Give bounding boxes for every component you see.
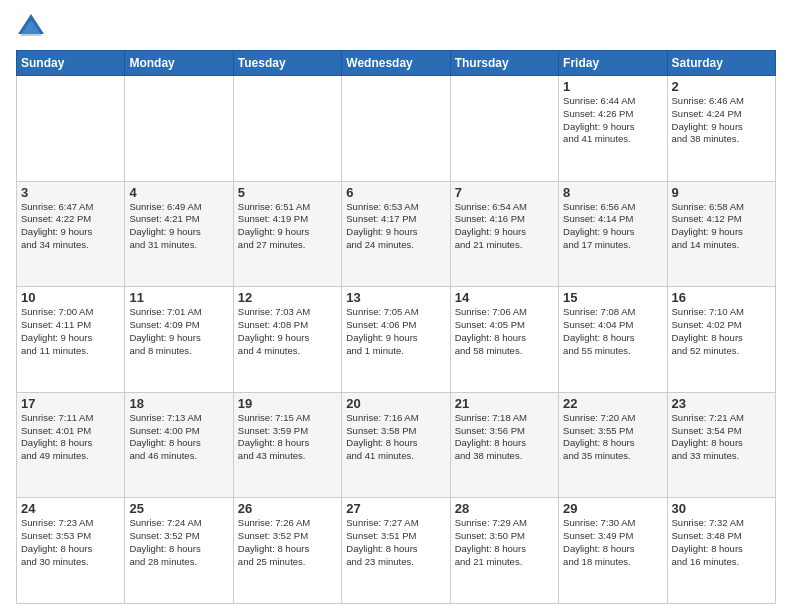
day-number: 14: [455, 290, 554, 305]
calendar-cell: 15Sunrise: 7:08 AMSunset: 4:04 PMDayligh…: [559, 287, 667, 393]
calendar-cell: 24Sunrise: 7:23 AMSunset: 3:53 PMDayligh…: [17, 498, 125, 604]
calendar-cell: 23Sunrise: 7:21 AMSunset: 3:54 PMDayligh…: [667, 392, 775, 498]
calendar-week-row: 1Sunrise: 6:44 AMSunset: 4:26 PMDaylight…: [17, 76, 776, 182]
day-info: Sunrise: 7:01 AMSunset: 4:09 PMDaylight:…: [129, 306, 228, 357]
calendar-cell: 22Sunrise: 7:20 AMSunset: 3:55 PMDayligh…: [559, 392, 667, 498]
day-info: Sunrise: 7:16 AMSunset: 3:58 PMDaylight:…: [346, 412, 445, 463]
day-info: Sunrise: 7:29 AMSunset: 3:50 PMDaylight:…: [455, 517, 554, 568]
calendar-cell: 16Sunrise: 7:10 AMSunset: 4:02 PMDayligh…: [667, 287, 775, 393]
day-info: Sunrise: 6:47 AMSunset: 4:22 PMDaylight:…: [21, 201, 120, 252]
day-number: 5: [238, 185, 337, 200]
day-number: 15: [563, 290, 662, 305]
calendar-cell: 1Sunrise: 6:44 AMSunset: 4:26 PMDaylight…: [559, 76, 667, 182]
day-number: 27: [346, 501, 445, 516]
day-number: 17: [21, 396, 120, 411]
day-number: 3: [21, 185, 120, 200]
day-info: Sunrise: 7:26 AMSunset: 3:52 PMDaylight:…: [238, 517, 337, 568]
day-number: 22: [563, 396, 662, 411]
day-number: 10: [21, 290, 120, 305]
calendar-cell: 19Sunrise: 7:15 AMSunset: 3:59 PMDayligh…: [233, 392, 341, 498]
day-number: 13: [346, 290, 445, 305]
calendar-week-row: 24Sunrise: 7:23 AMSunset: 3:53 PMDayligh…: [17, 498, 776, 604]
day-number: 1: [563, 79, 662, 94]
calendar-cell: 26Sunrise: 7:26 AMSunset: 3:52 PMDayligh…: [233, 498, 341, 604]
day-number: 18: [129, 396, 228, 411]
day-number: 21: [455, 396, 554, 411]
day-info: Sunrise: 7:08 AMSunset: 4:04 PMDaylight:…: [563, 306, 662, 357]
calendar-cell: 30Sunrise: 7:32 AMSunset: 3:48 PMDayligh…: [667, 498, 775, 604]
day-number: 6: [346, 185, 445, 200]
day-number: 30: [672, 501, 771, 516]
day-info: Sunrise: 7:24 AMSunset: 3:52 PMDaylight:…: [129, 517, 228, 568]
calendar-header-thursday: Thursday: [450, 51, 558, 76]
calendar-cell: 13Sunrise: 7:05 AMSunset: 4:06 PMDayligh…: [342, 287, 450, 393]
day-number: 19: [238, 396, 337, 411]
calendar-week-row: 3Sunrise: 6:47 AMSunset: 4:22 PMDaylight…: [17, 181, 776, 287]
day-number: 16: [672, 290, 771, 305]
day-number: 26: [238, 501, 337, 516]
calendar-cell: 18Sunrise: 7:13 AMSunset: 4:00 PMDayligh…: [125, 392, 233, 498]
day-info: Sunrise: 7:21 AMSunset: 3:54 PMDaylight:…: [672, 412, 771, 463]
day-number: 2: [672, 79, 771, 94]
day-number: 7: [455, 185, 554, 200]
calendar-cell: 21Sunrise: 7:18 AMSunset: 3:56 PMDayligh…: [450, 392, 558, 498]
calendar-header-tuesday: Tuesday: [233, 51, 341, 76]
calendar-cell: 6Sunrise: 6:53 AMSunset: 4:17 PMDaylight…: [342, 181, 450, 287]
calendar-cell: 7Sunrise: 6:54 AMSunset: 4:16 PMDaylight…: [450, 181, 558, 287]
calendar-cell: 11Sunrise: 7:01 AMSunset: 4:09 PMDayligh…: [125, 287, 233, 393]
calendar-week-row: 17Sunrise: 7:11 AMSunset: 4:01 PMDayligh…: [17, 392, 776, 498]
day-info: Sunrise: 7:15 AMSunset: 3:59 PMDaylight:…: [238, 412, 337, 463]
day-number: 23: [672, 396, 771, 411]
calendar-cell: 2Sunrise: 6:46 AMSunset: 4:24 PMDaylight…: [667, 76, 775, 182]
day-info: Sunrise: 6:53 AMSunset: 4:17 PMDaylight:…: [346, 201, 445, 252]
calendar-cell: 28Sunrise: 7:29 AMSunset: 3:50 PMDayligh…: [450, 498, 558, 604]
day-info: Sunrise: 7:32 AMSunset: 3:48 PMDaylight:…: [672, 517, 771, 568]
logo-icon: [16, 12, 46, 42]
day-number: 29: [563, 501, 662, 516]
day-info: Sunrise: 7:10 AMSunset: 4:02 PMDaylight:…: [672, 306, 771, 357]
header: [16, 12, 776, 42]
calendar-cell: 4Sunrise: 6:49 AMSunset: 4:21 PMDaylight…: [125, 181, 233, 287]
logo: [16, 12, 50, 42]
day-number: 4: [129, 185, 228, 200]
day-info: Sunrise: 7:27 AMSunset: 3:51 PMDaylight:…: [346, 517, 445, 568]
calendar-cell: 3Sunrise: 6:47 AMSunset: 4:22 PMDaylight…: [17, 181, 125, 287]
day-number: 25: [129, 501, 228, 516]
day-info: Sunrise: 7:18 AMSunset: 3:56 PMDaylight:…: [455, 412, 554, 463]
calendar-cell: 8Sunrise: 6:56 AMSunset: 4:14 PMDaylight…: [559, 181, 667, 287]
calendar-cell: [342, 76, 450, 182]
day-info: Sunrise: 6:58 AMSunset: 4:12 PMDaylight:…: [672, 201, 771, 252]
calendar-week-row: 10Sunrise: 7:00 AMSunset: 4:11 PMDayligh…: [17, 287, 776, 393]
day-info: Sunrise: 7:05 AMSunset: 4:06 PMDaylight:…: [346, 306, 445, 357]
day-number: 8: [563, 185, 662, 200]
calendar-cell: 20Sunrise: 7:16 AMSunset: 3:58 PMDayligh…: [342, 392, 450, 498]
calendar-cell: 29Sunrise: 7:30 AMSunset: 3:49 PMDayligh…: [559, 498, 667, 604]
day-info: Sunrise: 7:00 AMSunset: 4:11 PMDaylight:…: [21, 306, 120, 357]
calendar-cell: 27Sunrise: 7:27 AMSunset: 3:51 PMDayligh…: [342, 498, 450, 604]
calendar-header-sunday: Sunday: [17, 51, 125, 76]
day-info: Sunrise: 7:13 AMSunset: 4:00 PMDaylight:…: [129, 412, 228, 463]
day-info: Sunrise: 7:11 AMSunset: 4:01 PMDaylight:…: [21, 412, 120, 463]
day-number: 20: [346, 396, 445, 411]
calendar-cell: 25Sunrise: 7:24 AMSunset: 3:52 PMDayligh…: [125, 498, 233, 604]
day-number: 12: [238, 290, 337, 305]
day-info: Sunrise: 6:46 AMSunset: 4:24 PMDaylight:…: [672, 95, 771, 146]
day-info: Sunrise: 7:20 AMSunset: 3:55 PMDaylight:…: [563, 412, 662, 463]
day-info: Sunrise: 6:54 AMSunset: 4:16 PMDaylight:…: [455, 201, 554, 252]
calendar-cell: 14Sunrise: 7:06 AMSunset: 4:05 PMDayligh…: [450, 287, 558, 393]
day-info: Sunrise: 7:06 AMSunset: 4:05 PMDaylight:…: [455, 306, 554, 357]
calendar-cell: [17, 76, 125, 182]
day-info: Sunrise: 6:56 AMSunset: 4:14 PMDaylight:…: [563, 201, 662, 252]
day-number: 28: [455, 501, 554, 516]
calendar-cell: 5Sunrise: 6:51 AMSunset: 4:19 PMDaylight…: [233, 181, 341, 287]
calendar-header-friday: Friday: [559, 51, 667, 76]
day-info: Sunrise: 6:51 AMSunset: 4:19 PMDaylight:…: [238, 201, 337, 252]
calendar-header-saturday: Saturday: [667, 51, 775, 76]
calendar-cell: [125, 76, 233, 182]
day-info: Sunrise: 6:44 AMSunset: 4:26 PMDaylight:…: [563, 95, 662, 146]
calendar-cell: 17Sunrise: 7:11 AMSunset: 4:01 PMDayligh…: [17, 392, 125, 498]
page: SundayMondayTuesdayWednesdayThursdayFrid…: [0, 0, 792, 612]
calendar-cell: 12Sunrise: 7:03 AMSunset: 4:08 PMDayligh…: [233, 287, 341, 393]
calendar-cell: 10Sunrise: 7:00 AMSunset: 4:11 PMDayligh…: [17, 287, 125, 393]
day-info: Sunrise: 6:49 AMSunset: 4:21 PMDaylight:…: [129, 201, 228, 252]
